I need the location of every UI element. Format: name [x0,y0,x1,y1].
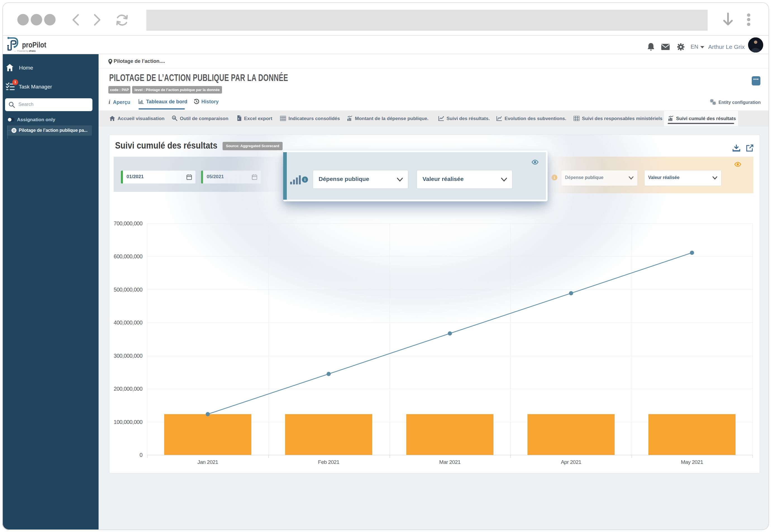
svg-text:Q: Q [173,116,175,119]
svg-text:x: x [238,117,239,120]
